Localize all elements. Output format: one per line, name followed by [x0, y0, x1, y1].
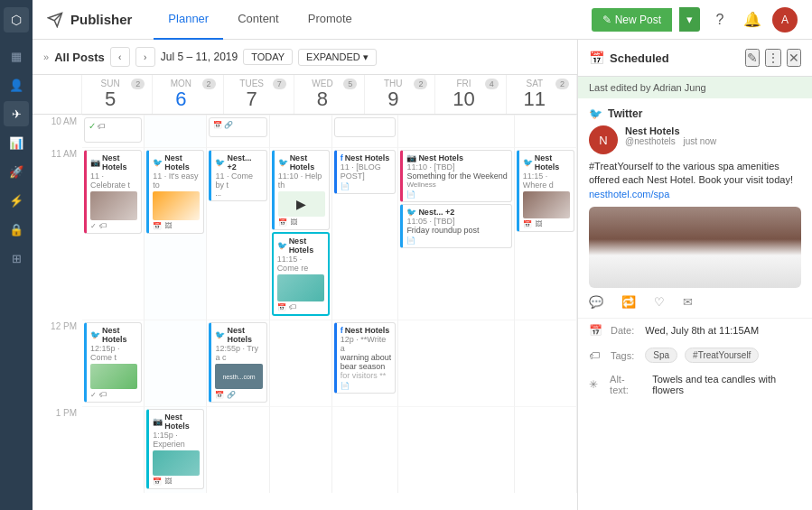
- post-card[interactable]: f Nest Hotels 12p · **Write a warning ab…: [334, 322, 397, 394]
- date-label: Date:: [611, 325, 634, 336]
- twitter-section-title: 🐦 Twitter: [589, 107, 801, 120]
- header-wed: 5 Wed 8: [294, 75, 365, 114]
- post-card[interactable]: [334, 117, 397, 137]
- cell-thu-11am: f Nest Hotels 11 · [BLOG POST] 📄: [332, 147, 399, 320]
- sidebar-item-lightning[interactable]: ⚡: [4, 188, 29, 213]
- post-card[interactable]: 🐦 Nest Hotels 11:10 · Help th ▶ 📅🖼: [272, 150, 330, 230]
- post-card[interactable]: ✓ 🏷: [84, 117, 142, 143]
- post-card-highlight[interactable]: 🐦 Nest Hotels 11:15 · Come re 📅🏷: [272, 232, 330, 316]
- content-area: » All Posts ‹ › Jul 5 – 11, 2019 TODAY E…: [33, 40, 812, 510]
- panel-menu-button[interactable]: ⋮: [765, 49, 781, 67]
- next-week-button[interactable]: ›: [135, 47, 155, 67]
- panel-date-row: 📅 Date: Wed, July 8th at 11:15AM: [578, 319, 812, 342]
- avatar[interactable]: A: [772, 7, 798, 32]
- prev-week-button[interactable]: ‹: [110, 47, 130, 67]
- header-thu: 2 Thu 9: [365, 75, 435, 114]
- calendar-grid: 2 Sun 5 2 Mon 6 7 Tues 7 5: [33, 75, 577, 510]
- post-card[interactable]: f Nest Hotels 11 · [BLOG POST] 📄: [334, 150, 397, 194]
- post-card[interactable]: 📅🔗: [209, 117, 266, 137]
- nav-right: ✎ New Post ▾ ? 🔔 A: [592, 7, 798, 32]
- panel-edited-label: Last edited by Adrian Jung: [578, 77, 812, 98]
- panel-alt-row: ✳ Alt-text: Towels and tea candles with …: [578, 368, 812, 401]
- post-card[interactable]: 🐦 Nest Hotels 12:55p · Try a c nesth...c…: [209, 322, 266, 403]
- planner-area: » All Posts ‹ › Jul 5 – 11, 2019 TODAY E…: [33, 40, 577, 510]
- today-button[interactable]: TODAY: [243, 49, 293, 65]
- timeslot-11am: 11 AM: [33, 147, 82, 180]
- cell-sun-10am: ✓ 🏷: [82, 115, 145, 147]
- cell-sun-11am: 📷 Nest Hotels 11 · Celebrate t ✓🏷: [82, 147, 145, 320]
- cell-fri-11am: 📷 Nest Hotels 11:10 · [TBD] Something fo…: [398, 147, 514, 320]
- tab-promote[interactable]: Promote: [294, 0, 367, 40]
- tweet-link[interactable]: nesthotel.com/spa: [589, 189, 669, 199]
- post-card[interactable]: 🐦 Nest Hotels 11:15 · Where d 📅🖼: [517, 150, 574, 232]
- post-card[interactable]: 🐦 Nest Hotels 12:15p · Come t ✓🏷: [84, 322, 142, 403]
- sidebar-item-users[interactable]: 👤: [4, 72, 29, 97]
- sidebar-item-integrations[interactable]: ⊞: [4, 246, 29, 271]
- new-post-button[interactable]: ✎ New Post: [592, 8, 672, 32]
- sidebar-item-lock[interactable]: 🔒: [4, 217, 29, 242]
- new-post-dropdown[interactable]: ▾: [679, 7, 700, 32]
- tweet-like-button[interactable]: ♡: [654, 295, 665, 309]
- tag-treat-yourself[interactable]: #TreatYourself: [685, 348, 759, 363]
- tweet-mail-button[interactable]: ✉: [683, 295, 693, 309]
- header-mon: 2 Mon 6: [153, 75, 223, 114]
- cell-fri-12pm: [398, 320, 514, 406]
- panel-tags-row: 🏷 Tags: Spa #TreatYourself: [578, 342, 812, 368]
- timeslot-10am: 10 AM: [33, 115, 82, 147]
- edit-panel-button[interactable]: ✎: [745, 49, 760, 67]
- panel-title: Scheduled: [610, 51, 740, 65]
- sidebar-item-rocket[interactable]: 🚀: [4, 159, 29, 184]
- tag-spa[interactable]: Spa: [645, 348, 677, 363]
- close-panel-button[interactable]: ✕: [787, 49, 801, 67]
- date-icon: 📅: [589, 324, 603, 337]
- cell-sat-1pm: [515, 406, 577, 493]
- post-card[interactable]: 📷 Nest Hotels 11 · Celebrate t ✓🏷: [84, 150, 142, 234]
- header-fri: 4 Fri 10: [435, 75, 506, 114]
- cell-sat-10am: [515, 115, 577, 147]
- tab-planner[interactable]: Planner: [154, 0, 223, 40]
- tab-content[interactable]: Content: [223, 0, 294, 40]
- help-button[interactable]: ?: [707, 7, 733, 32]
- logo-icon: ⬡: [11, 13, 22, 27]
- nav-tabs: Planner Content Promote: [154, 0, 367, 40]
- post-card[interactable]: 📷 Nest Hotels 1:15p · Experien 📅🖼: [146, 409, 204, 489]
- left-sidebar: ⬡ ▦ 👤 ✈ 📊 🚀 ⚡ 🔒 ⊞: [0, 0, 33, 510]
- alt-icon: ✳: [589, 378, 602, 391]
- all-posts-label: All Posts: [54, 51, 105, 64]
- tweet-actions: 💬 🔁 ♡ ✉: [589, 295, 801, 309]
- calendar-header: 2 Sun 5 2 Mon 6 7 Tues 7 5: [33, 75, 577, 115]
- planner-toolbar: » All Posts ‹ › Jul 5 – 11, 2019 TODAY E…: [33, 40, 577, 75]
- tweet-handle: @nesthotels just now: [625, 136, 716, 146]
- alt-value: Towels and tea candles with flowers: [652, 374, 801, 395]
- collapse-sidebar-button[interactable]: »: [43, 51, 49, 62]
- cell-fri-10am: [398, 115, 514, 147]
- post-card[interactable]: 🐦 Nest... +2 11 · Come by t ...: [209, 150, 266, 201]
- top-nav: Publisher Planner Content Promote ✎ New …: [33, 0, 812, 40]
- tweet-text: #TreatYourself to the various spa amenit…: [589, 160, 801, 201]
- app-name: Publisher: [70, 12, 132, 27]
- cell-mon-10am: [145, 115, 207, 147]
- date-value: Wed, July 8th at 11:15AM: [645, 325, 759, 336]
- new-post-icon: ✎: [602, 14, 611, 26]
- new-post-label: New Post: [615, 14, 661, 26]
- sidebar-item-publish[interactable]: ✈: [4, 101, 29, 126]
- cell-sun-1pm: [82, 406, 145, 493]
- tweet-comment-button[interactable]: 💬: [589, 295, 603, 309]
- notifications-button[interactable]: 🔔: [740, 7, 765, 32]
- tweet-retweet-button[interactable]: 🔁: [621, 295, 636, 309]
- post-card[interactable]: 📷 Nest Hotels 11:10 · [TBD] Something fo…: [400, 150, 511, 202]
- cell-mon-1pm: 📷 Nest Hotels 1:15p · Experien 📅🖼: [145, 406, 207, 493]
- cell-fri-1pm: [398, 406, 514, 493]
- sidebar-item-analytics[interactable]: 📊: [4, 130, 29, 155]
- send-icon: [47, 12, 63, 28]
- header-tues: 7 Tues 7: [224, 75, 294, 114]
- post-card[interactable]: 🐦 Nest Hotels 11 · It's easy to 📅🖼: [146, 150, 204, 234]
- panel-twitter-section: 🐦 Twitter N Nest Hotels @nesthotels just…: [578, 98, 812, 319]
- tweet-image-inner: [589, 207, 801, 288]
- expanded-dropdown[interactable]: EXPANDED ▾: [298, 49, 377, 66]
- alt-label: Alt-text:: [610, 374, 641, 395]
- sidebar-item-dashboard[interactable]: ▦: [4, 43, 29, 69]
- post-card[interactable]: 🐦 Nest... +2 11:05 · [TBD] Friday roundu…: [400, 204, 511, 248]
- cell-wed-1pm: [270, 406, 332, 493]
- cell-sat-12pm: [515, 320, 577, 406]
